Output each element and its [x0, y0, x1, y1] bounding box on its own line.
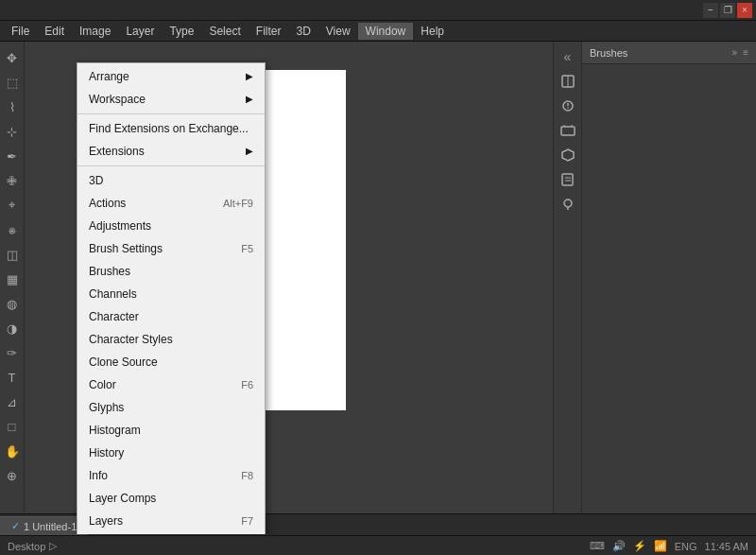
title-bar: − ❐ × — [0, 0, 756, 21]
status-left: Desktop ▷ — [8, 540, 57, 552]
menu-layers[interactable]: Layers F7 — [77, 510, 265, 532]
menu-help[interactable]: Help — [413, 23, 452, 40]
right-panel: « — [553, 42, 581, 534]
panel-icon-6[interactable] — [557, 193, 579, 216]
info-shortcut: F8 — [241, 467, 253, 484]
brushes-title: Brushes — [590, 47, 627, 59]
sys-icon-3: ⚡ — [633, 540, 646, 552]
tool-erase-icon[interactable]: ◫ — [1, 243, 24, 266]
status-right: ⌨ 🔊 ⚡ 📶 ENG 11:45 AM — [590, 540, 748, 552]
brush-settings-shortcut: F5 — [241, 240, 253, 257]
tool-zoom-icon[interactable]: ⊕ — [1, 464, 24, 487]
svg-rect-5 — [561, 127, 575, 135]
main-area: ✥ ⬚ ⌇ ⊹ ✒ ✙ ⌖ ⎈ ◫ ▦ ◍ ◑ ✑ T ⊿ □ ✋ ⊕ Arra… — [0, 42, 756, 534]
svg-point-4 — [567, 107, 569, 109]
menu-layer-comps[interactable]: Layer Comps — [77, 487, 265, 510]
tool-clone-icon[interactable]: ⎈ — [1, 218, 24, 241]
menu-brushes[interactable]: Brushes — [77, 260, 265, 283]
brushes-header: Brushes » ≡ — [582, 42, 756, 64]
tool-eyedropper-icon[interactable]: ✒ — [1, 145, 24, 167]
panel-icon-2[interactable] — [557, 95, 579, 117]
menu-extensions[interactable]: Extensions ▶ — [77, 140, 265, 163]
tool-hand-icon[interactable]: ✋ — [1, 440, 24, 462]
tool-pen-icon[interactable]: ✑ — [1, 341, 24, 364]
panel-icon-1[interactable] — [557, 70, 579, 93]
menu-find-extensions[interactable]: Find Extensions on Exchange... — [77, 117, 265, 140]
menu-clone-source[interactable]: Clone Source — [77, 351, 265, 373]
panel-icon-5[interactable] — [557, 168, 579, 191]
menu-3d[interactable]: 3D — [77, 169, 265, 192]
menu-file[interactable]: File — [4, 23, 37, 40]
sys-icon-4: 📶 — [654, 540, 667, 552]
menu-channels[interactable]: Channels — [77, 283, 265, 305]
sys-time: 11:45 AM — [705, 541, 748, 552]
tool-move-icon[interactable]: ✥ — [1, 46, 24, 69]
tool-type-icon[interactable]: T — [1, 366, 24, 389]
tab-label: 1 Untitled-1 — [24, 521, 77, 532]
layers-shortcut: F7 — [241, 512, 253, 529]
sys-icon-2: 🔊 — [612, 540, 626, 552]
tool-lasso-icon[interactable]: ⌇ — [1, 95, 24, 118]
tool-shape-icon[interactable]: □ — [1, 415, 24, 438]
menu-3d[interactable]: 3D — [288, 23, 318, 40]
menu-bar: File Edit Image Layer Type Select Filter… — [0, 21, 756, 42]
sys-icon-1: ⌨ — [590, 540, 605, 552]
canvas-area: Arrange ▶ Workspace ▶ Find Extensions on… — [25, 42, 553, 534]
menu-image[interactable]: Image — [72, 23, 118, 40]
arrange-arrow: ▶ — [246, 68, 253, 85]
minimize-button[interactable]: − — [703, 3, 718, 18]
menu-history[interactable]: History — [77, 442, 265, 464]
sep-2 — [77, 165, 265, 166]
tool-gradient-icon[interactable]: ▦ — [1, 268, 24, 290]
extensions-arrow: ▶ — [246, 143, 253, 160]
menu-info[interactable]: Info F8 — [77, 464, 265, 487]
tool-select-icon[interactable]: ⬚ — [1, 71, 24, 94]
window-controls: − ❐ × — [703, 3, 752, 18]
menu-window[interactable]: Window — [358, 23, 414, 40]
panel-icon-collapse[interactable]: « — [557, 45, 579, 68]
actions-shortcut: Alt+F9 — [223, 195, 253, 212]
menu-learn[interactable]: Learn — [77, 532, 265, 534]
menu-type[interactable]: Type — [162, 23, 201, 40]
restore-button[interactable]: ❐ — [720, 3, 735, 18]
menu-actions[interactable]: Actions Alt+F9 — [77, 192, 265, 215]
menu-view[interactable]: View — [318, 23, 358, 40]
menu-workspace[interactable]: Workspace ▶ — [77, 88, 265, 111]
tool-path-icon[interactable]: ⊿ — [1, 390, 24, 413]
brushes-header-left: Brushes — [590, 47, 627, 59]
menu-brush-settings[interactable]: Brush Settings F5 — [77, 237, 265, 260]
tool-blur-icon[interactable]: ◍ — [1, 292, 24, 315]
menu-filter[interactable]: Filter — [249, 23, 289, 40]
status-arrow: ▷ — [49, 540, 57, 552]
color-shortcut: F6 — [241, 376, 253, 393]
panel-icon-3[interactable] — [557, 119, 579, 142]
menu-edit[interactable]: Edit — [37, 23, 72, 40]
left-tool-panel: ✥ ⬚ ⌇ ⊹ ✒ ✙ ⌖ ⎈ ◫ ▦ ◍ ◑ ✑ T ⊿ □ ✋ ⊕ — [0, 42, 25, 534]
menu-layer[interactable]: Layer — [118, 23, 162, 40]
window-dropdown-menu: Arrange ▶ Workspace ▶ Find Extensions on… — [77, 62, 266, 534]
sep-1 — [77, 113, 265, 114]
svg-point-11 — [564, 199, 572, 207]
menu-glyphs[interactable]: Glyphs — [77, 396, 265, 419]
menu-character-styles[interactable]: Character Styles — [77, 328, 265, 351]
tool-brush-icon[interactable]: ⌖ — [1, 194, 24, 217]
tool-crop-icon[interactable]: ⊹ — [1, 120, 24, 143]
menu-adjustments[interactable]: Adjustments — [77, 215, 265, 237]
tool-dodge-icon[interactable]: ◑ — [1, 317, 24, 339]
panel-icon-4[interactable] — [557, 144, 579, 166]
menu-character[interactable]: Character — [77, 305, 265, 328]
brushes-menu-btn[interactable]: ≡ — [743, 47, 748, 58]
brushes-collapse-btn[interactable]: » — [732, 47, 738, 58]
close-button[interactable]: × — [737, 3, 752, 18]
menu-select[interactable]: Select — [201, 23, 248, 40]
status-bar: Desktop ▷ ⌨ 🔊 ⚡ 📶 ENG 11:45 AM — [0, 535, 756, 555]
tool-heal-icon[interactable]: ✙ — [1, 169, 24, 192]
sys-lang: ENG — [675, 541, 697, 552]
brushes-panel: Brushes » ≡ — [581, 42, 756, 534]
status-desktop: Desktop — [8, 541, 45, 552]
tab-checkmark: ✓ — [11, 520, 20, 532]
menu-histogram[interactable]: Histogram — [77, 419, 265, 442]
menu-color[interactable]: Color F6 — [77, 373, 265, 396]
svg-rect-8 — [562, 174, 573, 185]
menu-arrange[interactable]: Arrange ▶ — [77, 65, 265, 88]
